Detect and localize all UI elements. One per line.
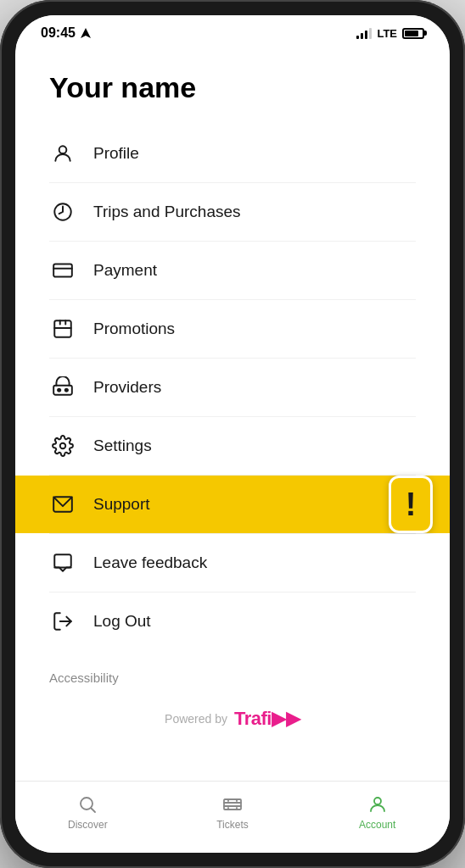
battery-icon <box>402 28 424 39</box>
discover-icon <box>76 793 98 815</box>
menu-item-providers[interactable]: Providers <box>15 359 450 416</box>
nav-item-tickets[interactable]: Tickets <box>160 788 305 836</box>
phone-screen: 09:45 LTE Yo <box>15 15 450 853</box>
svg-rect-5 <box>54 320 71 337</box>
menu-item-settings[interactable]: Settings <box>15 417 450 475</box>
menu-label-support: Support <box>93 495 150 514</box>
nav-item-discover[interactable]: Discover <box>15 788 160 836</box>
menu-item-trips[interactable]: Trips and Purchases <box>15 183 450 241</box>
phone-frame: 09:45 LTE Yo <box>0 0 465 868</box>
lte-label: LTE <box>377 27 397 40</box>
logout-icon <box>49 608 76 635</box>
user-name: Your name <box>15 63 450 125</box>
menu-item-payment[interactable]: Payment <box>15 242 450 299</box>
bottom-nav: Discover Tickets <box>15 781 450 853</box>
notification-badge: ! <box>389 476 433 533</box>
account-icon <box>367 793 389 815</box>
content-area: Your name Profile <box>15 46 450 781</box>
trips-icon <box>49 198 76 225</box>
menu-item-profile[interactable]: Profile <box>15 125 450 182</box>
status-icons: LTE <box>356 27 424 40</box>
accessibility-section: Accessibility <box>15 650 450 694</box>
trafi-arrows-icon: ▶▶ <box>272 708 300 730</box>
svg-point-12 <box>60 443 66 449</box>
svg-point-10 <box>58 389 60 392</box>
providers-icon <box>49 374 76 401</box>
settings-icon <box>49 432 76 459</box>
support-icon <box>49 491 76 518</box>
svg-point-11 <box>65 389 68 392</box>
status-bar: 09:45 LTE <box>15 15 450 46</box>
menu-label-logout: Log Out <box>93 612 151 631</box>
svg-marker-0 <box>81 28 91 38</box>
menu-label-payment: Payment <box>93 261 157 280</box>
powered-by-text: Powered by <box>165 712 227 726</box>
svg-point-19 <box>374 798 381 804</box>
svg-rect-9 <box>53 386 72 395</box>
signal-bars-icon <box>356 27 372 39</box>
trafi-logo: Trafi ▶▶ <box>234 708 300 730</box>
menu-label-profile: Profile <box>93 144 139 163</box>
trafi-brand-text: Trafi <box>234 708 272 730</box>
menu-label-providers: Providers <box>93 378 161 397</box>
menu-item-promotions[interactable]: Promotions <box>15 300 450 358</box>
menu-item-support[interactable]: Support ! <box>15 476 450 533</box>
tickets-icon <box>221 793 244 815</box>
accessibility-label: Accessibility <box>49 670 119 685</box>
svg-rect-3 <box>53 264 72 276</box>
promotions-icon <box>49 315 76 342</box>
menu-item-logout[interactable]: Log Out <box>15 593 450 650</box>
payment-icon <box>49 257 76 284</box>
nav-label-account: Account <box>359 819 395 831</box>
profile-icon <box>49 140 76 167</box>
nav-label-tickets: Tickets <box>216 819 249 831</box>
menu-label-feedback: Leave feedback <box>93 554 207 572</box>
menu-label-promotions: Promotions <box>93 320 175 338</box>
menu-label-trips: Trips and Purchases <box>93 203 241 221</box>
svg-rect-14 <box>54 554 71 567</box>
menu-item-feedback[interactable]: Leave feedback <box>15 534 450 592</box>
badge-text: ! <box>406 488 417 520</box>
menu-label-settings: Settings <box>93 437 152 455</box>
feedback-icon <box>49 549 76 576</box>
svg-point-1 <box>59 146 67 153</box>
svg-line-17 <box>92 809 96 813</box>
svg-rect-18 <box>224 799 241 810</box>
powered-by: Powered by Trafi ▶▶ <box>15 694 450 747</box>
status-time: 09:45 <box>41 25 91 41</box>
nav-item-account[interactable]: Account <box>305 788 450 836</box>
nav-label-discover: Discover <box>68 819 108 831</box>
